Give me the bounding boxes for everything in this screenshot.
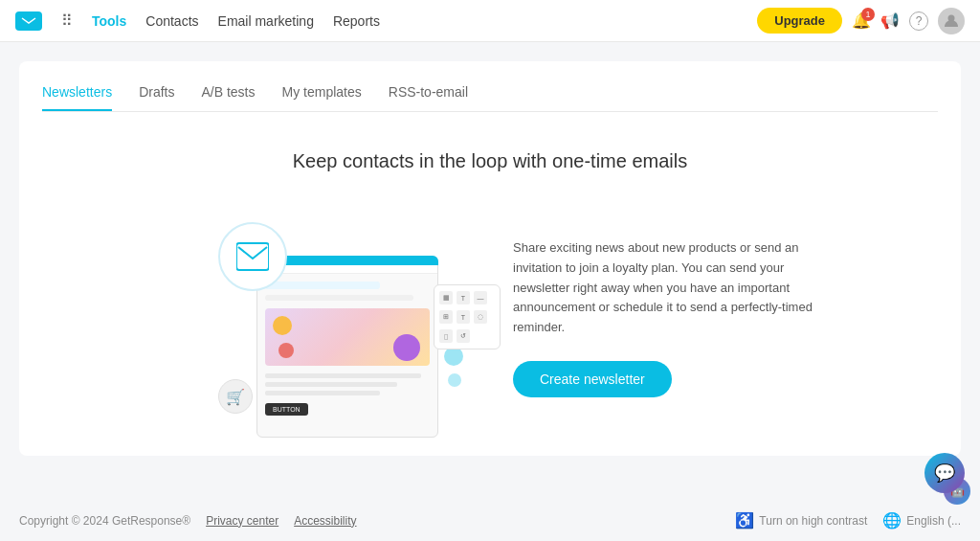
user-avatar[interactable] bbox=[938, 8, 965, 34]
header-right: Upgrade 🔔 1 📢 ? bbox=[757, 8, 965, 34]
header: ⠿ Tools Contacts Email marketing Reports… bbox=[0, 0, 980, 42]
create-newsletter-button[interactable]: Create newsletter bbox=[513, 361, 672, 397]
upgrade-button[interactable]: Upgrade bbox=[757, 8, 842, 34]
tab-drafts[interactable]: Drafts bbox=[139, 84, 174, 111]
toolbar-btn-5: T bbox=[457, 310, 470, 324]
contrast-icon: ♿ bbox=[735, 511, 754, 530]
high-contrast-toggle[interactable]: ♿ Turn on high contrast bbox=[735, 511, 867, 530]
globe-icon: 🌐 bbox=[882, 511, 902, 530]
toolbar-btn-1: ▦ bbox=[439, 291, 453, 304]
content-card: Newsletters Drafts A/B tests My template… bbox=[19, 61, 961, 456]
toolbar-btn-8: ↺ bbox=[457, 329, 470, 343]
nav-contacts[interactable]: Contacts bbox=[145, 13, 198, 29]
email-icon-circle bbox=[218, 222, 287, 291]
language-label: English (... bbox=[906, 514, 961, 528]
app-logo[interactable] bbox=[15, 11, 42, 31]
notifications-icon[interactable]: 🔔 1 bbox=[852, 11, 871, 30]
mock-subtitle-line bbox=[265, 295, 413, 301]
tab-newsletters[interactable]: Newsletters bbox=[42, 84, 112, 111]
megaphone-icon[interactable]: 📢 bbox=[880, 11, 900, 30]
toolbar-btn-2: T bbox=[457, 291, 470, 304]
blue-circle-small-1 bbox=[444, 347, 463, 366]
help-icon[interactable]: ? bbox=[909, 11, 928, 31]
contrast-label: Turn on high contrast bbox=[759, 514, 867, 528]
hero-section: Keep contacts in the loop with one-time … bbox=[42, 150, 938, 433]
notification-badge: 1 bbox=[861, 8, 875, 21]
mock-editor: BUTTON bbox=[256, 256, 438, 438]
svg-rect-2 bbox=[236, 243, 269, 270]
mock-toolbar: ▦ T — ⊞ T ◌ ⌷ ↺ bbox=[434, 284, 501, 349]
hero-description: Share exciting news about new products o… bbox=[513, 238, 819, 338]
tab-rss-to-email[interactable]: RSS-to-email bbox=[389, 84, 468, 111]
chat-bubble-icon[interactable]: 💬 bbox=[924, 453, 965, 493]
svg-rect-0 bbox=[21, 15, 36, 27]
main-nav: Contacts Email marketing Reports bbox=[145, 13, 380, 29]
toolbar-row-2: ⊞ T ◌ bbox=[439, 310, 495, 324]
toolbar-row-3: ⌷ ↺ bbox=[439, 329, 495, 343]
privacy-center-link[interactable]: Privacy center bbox=[206, 514, 278, 528]
blue-circle-small-2 bbox=[448, 373, 461, 387]
mock-editor-body: BUTTON bbox=[257, 274, 437, 423]
hero-body: BUTTON ▦ T — ⊞ T ◌ bbox=[42, 203, 938, 433]
accessibility-link[interactable]: Accessibility bbox=[294, 514, 356, 528]
grid-icon[interactable]: ⠿ bbox=[61, 11, 73, 30]
hero-illustration: BUTTON ▦ T — ⊞ T ◌ bbox=[161, 203, 467, 433]
mock-image bbox=[265, 308, 430, 366]
tab-bar: Newsletters Drafts A/B tests My template… bbox=[42, 84, 938, 112]
main-content: Newsletters Drafts A/B tests My template… bbox=[0, 42, 980, 475]
tab-my-templates[interactable]: My templates bbox=[282, 84, 362, 111]
tab-ab-tests[interactable]: A/B tests bbox=[201, 84, 255, 111]
toolbar-btn-6: ◌ bbox=[474, 310, 487, 324]
footer: Copyright © 2024 GetResponse® Privacy ce… bbox=[0, 500, 980, 541]
language-selector[interactable]: 🌐 English (... bbox=[882, 511, 961, 530]
nav-reports[interactable]: Reports bbox=[333, 13, 380, 29]
mock-cta-button: BUTTON bbox=[265, 403, 308, 416]
toolbar-btn-4: ⊞ bbox=[439, 310, 453, 324]
toolbar-btn-7: ⌷ bbox=[439, 329, 453, 343]
footer-copyright: Copyright © 2024 GetResponse® bbox=[19, 514, 190, 528]
hero-text-block: Share exciting news about new products o… bbox=[513, 238, 819, 397]
toolbar-btn-3: — bbox=[474, 291, 487, 304]
tools-nav[interactable]: Tools bbox=[92, 13, 126, 29]
shopping-icon-circle: 🛒 bbox=[218, 379, 253, 414]
mock-title-line bbox=[265, 282, 380, 289]
footer-right: ♿ Turn on high contrast 🌐 English (... bbox=[735, 511, 961, 530]
toolbar-row-1: ▦ T — bbox=[439, 291, 495, 304]
nav-email-marketing[interactable]: Email marketing bbox=[218, 13, 314, 29]
mock-text-lines bbox=[265, 373, 430, 395]
hero-title: Keep contacts in the loop with one-time … bbox=[293, 150, 687, 172]
